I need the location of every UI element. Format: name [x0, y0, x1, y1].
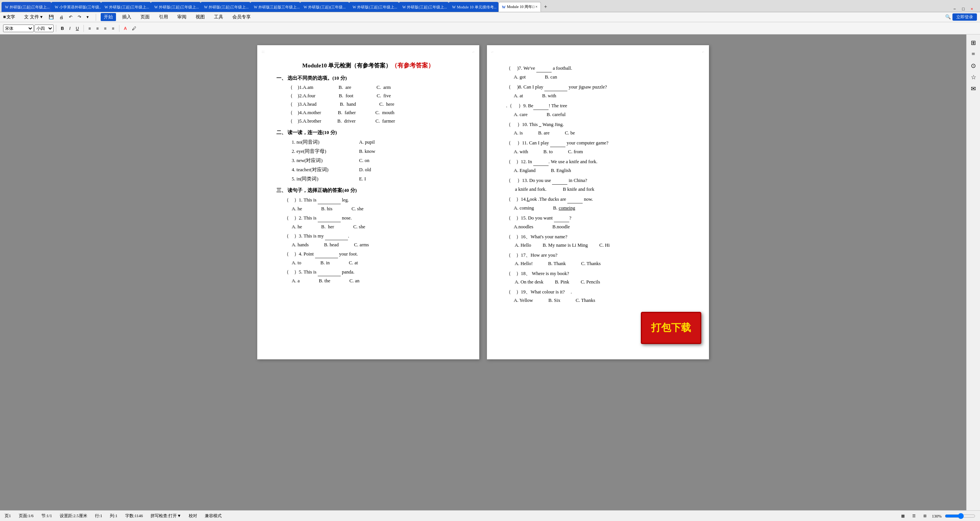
- section3-questions: （ ）1. This is leg. A. heB. hisC. she （ ）…: [284, 196, 460, 285]
- status-proofread[interactable]: 校对: [189, 513, 197, 519]
- right-page: ⌐ ⌐ （ )7. We've a football. A. gotB. can…: [487, 45, 709, 359]
- tab-11-active[interactable]: WModule 10 周年□ ×: [498, 2, 541, 12]
- q-12: （ ）12. In . We use a knife and fork. A. …: [506, 158, 690, 174]
- menu-icon-5[interactable]: ▾: [84, 14, 91, 20]
- status-page: 页1: [5, 513, 11, 519]
- tab-5[interactable]: W外研版(三起)三年级上...: [201, 2, 250, 12]
- sidebar-icon-1[interactable]: ⊞: [969, 38, 978, 47]
- close-button[interactable]: ×: [969, 6, 975, 12]
- q1-1: （ )1.A.am B. are C. arm: [288, 84, 460, 91]
- corner-mark-r-tl: ⌐: [492, 49, 494, 55]
- menu-vip[interactable]: 会员专享: [229, 13, 254, 21]
- document-container: ∷ ⌐ Module10 单元检测（有参考答案）（有参考答案） 一、 选出不同类…: [0, 34, 966, 510]
- menu-file[interactable]: 文 文件 ▾: [21, 13, 46, 21]
- q1-5: （ )5.A.brother B. driver C. farmer: [288, 117, 460, 125]
- match-2-left: 2. eye(同音字母): [292, 147, 328, 155]
- menu-page[interactable]: 页面: [137, 13, 153, 21]
- corner-mark-tl: ∷: [262, 49, 264, 55]
- status-col: 列:1: [110, 513, 118, 519]
- page-title: Module10 单元检测（有参考答案）（有参考答案）: [276, 61, 460, 70]
- menu-icon-2[interactable]: 🖨: [57, 14, 66, 20]
- q1-3: （ )3.A.head B. hand C. here: [288, 100, 460, 108]
- menu-ref[interactable]: 引用: [156, 13, 171, 21]
- tab-bar: W外研版(三起)三年级上... W小学英语外研版(三年级... W外研版(三起)…: [0, 0, 980, 12]
- align-right-button[interactable]: ≡: [102, 25, 109, 31]
- minimize-button[interactable]: −: [951, 6, 958, 12]
- download-button[interactable]: 打包下载: [641, 312, 701, 344]
- sidebar-icon-3[interactable]: ⊙: [969, 61, 978, 70]
- menu-icon-1[interactable]: 💾: [46, 14, 56, 20]
- tab-2[interactable]: W小学英语外研版(三年级...: [51, 2, 101, 12]
- q-13: （ ）13. Do you use in China? a knife and …: [506, 177, 690, 193]
- q3-1: （ ）1. This is leg. A. heB. hisC. she: [284, 196, 460, 213]
- section1-title: 一、 选出不同类的选项。(10 分): [276, 74, 460, 82]
- search-icon: 🔍: [945, 14, 951, 20]
- q-14: （ ）14.Look .The ducks are now. A. coming…: [506, 195, 690, 212]
- q-16: （ ）16、What's your name? A. HelloB. My na…: [506, 233, 690, 249]
- align-center-button[interactable]: ≡: [94, 25, 101, 31]
- zoom-slider[interactable]: [945, 513, 975, 519]
- sep-4: [119, 25, 119, 32]
- right-page-questions: （ )7. We've a football. A. gotB. can （ )…: [506, 64, 690, 304]
- highlight-button[interactable]: 🖊: [130, 25, 139, 31]
- sep-3: [83, 25, 84, 32]
- bold-button[interactable]: B: [59, 25, 66, 31]
- status-spell[interactable]: 拼写检查:打开▼: [150, 513, 181, 519]
- tab-4[interactable]: W外研版(三起)三年级上...: [151, 2, 201, 12]
- menu-icon-4[interactable]: ↷: [75, 14, 83, 20]
- q1-4: （ )4.A.mother B. father C. mouth: [288, 109, 460, 116]
- menu-home[interactable]: 开始: [101, 13, 116, 21]
- menu-view[interactable]: 视图: [193, 13, 208, 21]
- menu-icon-3[interactable]: ↶: [67, 14, 75, 20]
- status-mode: 兼容模式: [205, 513, 222, 519]
- q3-5: （ ）5. This is panda. A. aB. theC. an: [284, 268, 460, 285]
- align-left-button[interactable]: ≡: [86, 25, 93, 31]
- font-family-select[interactable]: 宋体: [3, 25, 34, 32]
- status-row: 行:1: [95, 513, 103, 519]
- font-size-select[interactable]: 小四: [34, 25, 54, 32]
- color-button[interactable]: A: [122, 25, 129, 31]
- q-18: （ ）18、 Where is my book? A. On the deskB…: [506, 270, 690, 286]
- q-7: （ )7. We've a football. A. gotB. can: [506, 64, 690, 81]
- sidebar-icon-4[interactable]: ☆: [969, 73, 978, 81]
- tab-1[interactable]: W外研版(三起)三年级上...: [2, 2, 51, 12]
- formatting-toolbar: 宋体 小四 B I U ≡ ≡ ≡ ≡ A 🖊: [0, 22, 980, 34]
- section2-title: 二、 读一读，连一连(10 分): [276, 129, 460, 137]
- menu-review[interactable]: 审阅: [174, 13, 189, 21]
- left-page: ∷ ⌐ Module10 单元检测（有参考答案）（有参考答案） 一、 选出不同类…: [257, 45, 479, 359]
- status-margin: 设置距:2.5厘米: [60, 513, 87, 519]
- sidebar-icon-5[interactable]: ✉: [969, 84, 978, 93]
- login-button[interactable]: 立即登录: [952, 13, 977, 21]
- status-page-fraction: 页面:1/6: [19, 513, 34, 519]
- view-mode-3[interactable]: ⊞: [921, 513, 929, 519]
- right-sidebar: ⊞ ≡ ⊙ ☆ ✉: [966, 34, 980, 510]
- tab-7[interactable]: W外研版(三起)(三年级...: [300, 2, 349, 12]
- sep-2: [56, 25, 56, 32]
- maximize-button[interactable]: □: [960, 6, 967, 12]
- menu-insert[interactable]: 插入: [119, 13, 134, 21]
- align-justify-button[interactable]: ≡: [109, 25, 116, 31]
- font-section: 宋体 小四: [3, 25, 54, 32]
- q3-4: （ ）4. Point your foot. A. toB. inC. at: [284, 250, 460, 267]
- view-mode-1[interactable]: ▦: [899, 513, 907, 519]
- match-5-left: 5. in(同类词): [292, 175, 328, 183]
- q-11: （ ）11. Can I play your computer game? A.…: [506, 139, 690, 156]
- q1-2: （ )2.A.four B. foot C. five: [288, 92, 460, 100]
- q-19: （ ）19、What colour is it? . A. YellowB. S…: [506, 288, 690, 304]
- q-17: （ ）17、How are you? A. Hello!B. ThankC. T…: [506, 251, 690, 267]
- tab-6[interactable]: W外研版三起版三年级上...: [250, 2, 300, 12]
- section1-questions: （ )1.A.am B. are C. arm （ )2.A.four B. f…: [288, 84, 460, 125]
- menu-tools[interactable]: 工具: [211, 13, 226, 21]
- match-e-right: E. I: [359, 175, 375, 183]
- status-section: 节:1/1: [41, 513, 52, 519]
- tab-8[interactable]: W外研版(三起)三年级上...: [349, 2, 399, 12]
- sidebar-icon-2[interactable]: ≡: [969, 50, 978, 58]
- underline-button[interactable]: U: [74, 25, 81, 31]
- tab-3[interactable]: W外研版(三起)三年级上...: [101, 2, 151, 12]
- tab-9[interactable]: W外研版(三起)三年级上...: [399, 2, 449, 12]
- new-tab-button[interactable]: +: [541, 2, 550, 12]
- italic-button[interactable]: I: [67, 25, 73, 31]
- view-mode-2[interactable]: ☰: [910, 513, 918, 519]
- tab-10[interactable]: WModule 10 单元摸传考...: [449, 2, 498, 12]
- q-15: （ ）15. Do you want ? A.noodlesB.noodle: [506, 214, 690, 231]
